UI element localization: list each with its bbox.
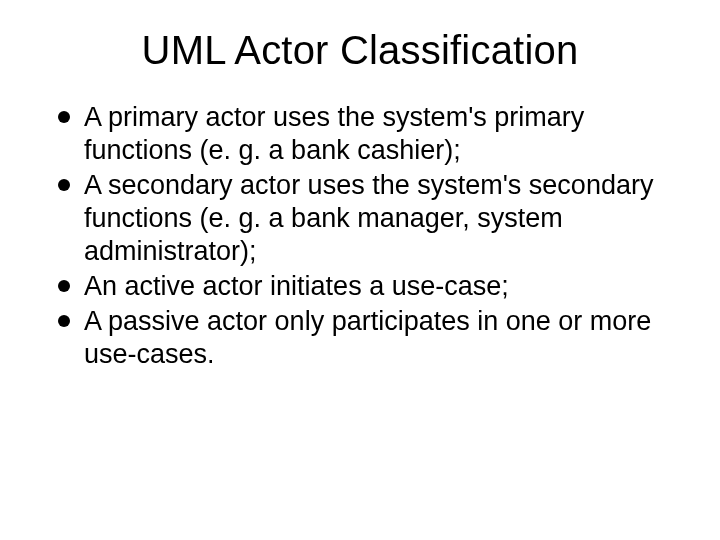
list-item: A passive actor only participates in one…: [58, 305, 670, 371]
list-item: A primary actor uses the system's primar…: [58, 101, 670, 167]
bullet-icon: [58, 179, 70, 191]
list-item: A secondary actor uses the system's seco…: [58, 169, 670, 268]
list-item-text: A secondary actor uses the system's seco…: [84, 170, 653, 266]
bullet-list: A primary actor uses the system's primar…: [50, 101, 670, 371]
list-item-text: A primary actor uses the system's primar…: [84, 102, 584, 165]
bullet-icon: [58, 280, 70, 292]
bullet-icon: [58, 111, 70, 123]
bullet-icon: [58, 315, 70, 327]
slide: UML Actor Classification A primary actor…: [0, 0, 720, 540]
slide-title: UML Actor Classification: [50, 28, 670, 73]
list-item-text: An active actor initiates a use-case;: [84, 271, 509, 301]
list-item-text: A passive actor only participates in one…: [84, 306, 651, 369]
list-item: An active actor initiates a use-case;: [58, 270, 670, 303]
